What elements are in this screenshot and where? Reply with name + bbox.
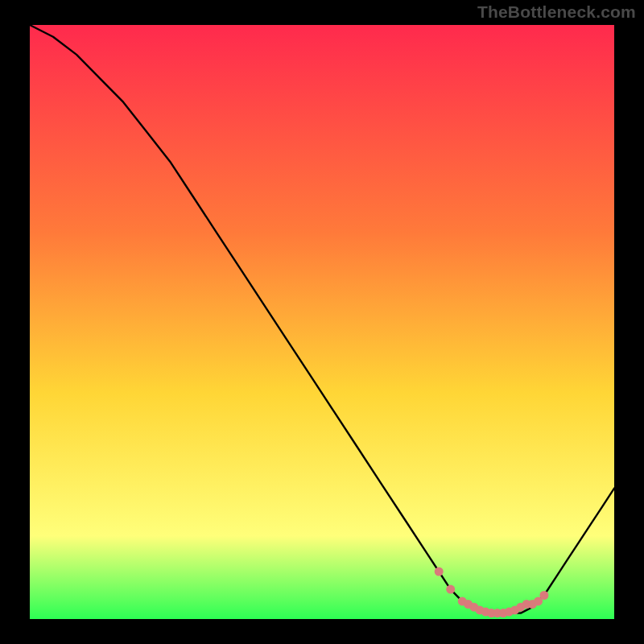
chart-frame: TheBottleneck.com (0, 0, 644, 644)
gradient-background (30, 25, 614, 619)
optimum-dot (539, 591, 548, 600)
optimum-dot (446, 585, 455, 594)
bottleneck-chart (0, 0, 644, 644)
optimum-dot (435, 568, 444, 576)
